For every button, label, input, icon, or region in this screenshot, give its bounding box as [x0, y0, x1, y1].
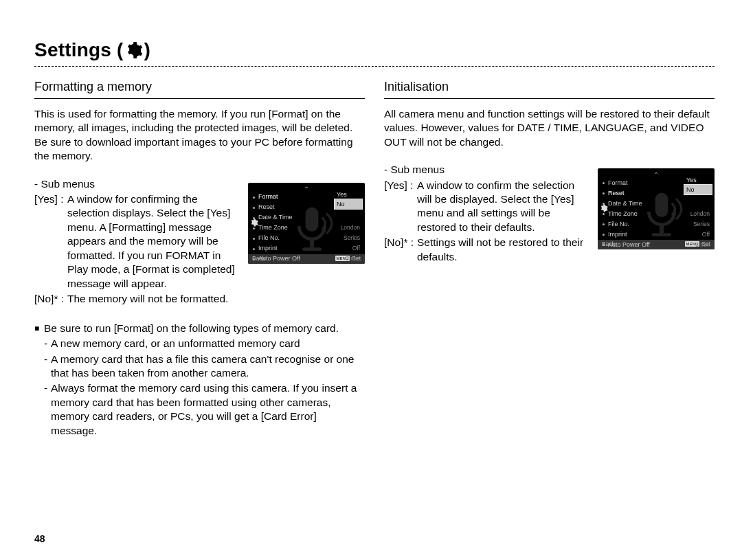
popup-yes: Yes: [684, 175, 712, 185]
gear-icon: [600, 204, 608, 212]
notes-lead: Be sure to run [Format] on the following…: [44, 322, 365, 335]
sub-menus-label: - Sub menus: [384, 163, 591, 177]
popup-yes: Yes: [335, 190, 362, 199]
menu-item-fileno: File No.Series: [251, 234, 362, 244]
camera-screenshot-reset: ⌃ Format Reset Date & Time Time ZoneLond…: [598, 168, 715, 249]
yes-option-row: [Yes] : A window to confirm the selectio…: [384, 179, 591, 235]
no-tag: [No]* :: [34, 292, 67, 306]
page-title-row: Settings ( ): [34, 38, 715, 67]
left-column: Formatting a memory This is used for for…: [34, 79, 365, 439]
popup-no-selected: No: [684, 185, 712, 194]
sub-menus-label: - Sub menus: [34, 177, 241, 191]
yes-no-popup: Yes No: [684, 175, 712, 194]
menu-item-imprint: ImprintOff: [251, 244, 362, 254]
page-number: 48: [34, 533, 45, 545]
section-heading-initialisation: Initialisation: [384, 79, 715, 99]
gear-icon: [250, 219, 258, 227]
menu-item-autopower: Auto Power Off3 min: [251, 254, 362, 264]
menu-item-timezone: Time ZoneLondon: [251, 223, 362, 234]
section-heading-formatting: Formatting a memory: [34, 79, 365, 99]
menu-item-fileno: File No.Series: [600, 219, 712, 229]
no-description: Settings will not be restored to their d…: [417, 236, 591, 264]
note-item: -A memory card that has a file this came…: [44, 352, 365, 381]
initialisation-intro: All camera menu and function settings wi…: [384, 107, 715, 149]
yes-tag: [Yes] :: [34, 192, 67, 291]
note-item: -Always format the memory card using thi…: [44, 381, 365, 438]
note-item: -A new memory card, or an unformatted me…: [44, 337, 365, 350]
no-description: The memory will not be formatted.: [67, 292, 241, 306]
right-column: Initialisation All camera menu and funct…: [384, 79, 715, 439]
no-option-row: [No]* : Settings will not be restored to…: [384, 236, 591, 264]
no-tag: [No]* :: [384, 236, 417, 264]
yes-description: A window for confirming the selection di…: [67, 192, 241, 291]
page-title-prefix: Settings (: [34, 38, 124, 63]
no-option-row: [No]* : The memory will not be formatted…: [34, 292, 241, 306]
yes-no-popup: Yes No: [335, 190, 362, 209]
menu-item-autopower: Auto Power Off3 min: [600, 240, 712, 249]
yes-option-row: [Yes] : A window for confirming the sele…: [34, 192, 241, 291]
yes-description: A window to confirm the selection will b…: [417, 179, 591, 235]
menu-item-datetime: Date & Time: [600, 199, 712, 209]
gear-icon: [125, 41, 143, 59]
format-notes: ■ Be sure to run [Format] on the followi…: [34, 322, 365, 438]
page-title-suffix: ): [144, 38, 151, 63]
formatting-intro: This is used for formatting the memory. …: [34, 107, 365, 164]
menu-item-timezone: Time ZoneLondon: [600, 209, 712, 219]
menu-item-imprint: ImprintOff: [600, 229, 712, 240]
square-bullet-icon: ■: [34, 322, 44, 335]
popup-no-selected: No: [335, 199, 362, 209]
yes-tag: [Yes] :: [384, 179, 417, 235]
menu-item-datetime: Date & Time: [251, 213, 362, 223]
camera-screenshot-format: ⌃ Format Reset Date & Time Time ZoneLond…: [248, 183, 365, 264]
